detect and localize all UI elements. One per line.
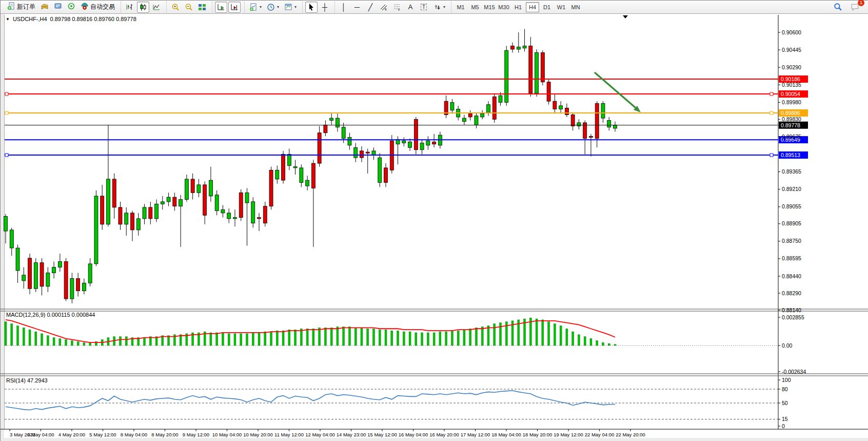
price-badge-label: 0.90054 <box>781 91 800 97</box>
price-tick-label: 0.90290 <box>782 64 801 70</box>
hline-handle[interactable] <box>770 154 773 157</box>
macd-histogram-bar <box>596 340 598 346</box>
macd-histogram-bar <box>536 319 538 346</box>
autotrading-button[interactable]: 自动交易 <box>78 2 117 13</box>
candle-body <box>571 115 575 126</box>
tf-h4-button[interactable]: H4 <box>526 2 539 12</box>
hline-handle[interactable] <box>5 154 8 157</box>
indicators-button[interactable]: ▾ <box>247 2 264 13</box>
hline-handle[interactable] <box>770 92 773 95</box>
text-tool[interactable]: A <box>404 2 417 13</box>
candle-body <box>227 213 231 219</box>
tf-d1-button[interactable]: D1 <box>540 2 554 12</box>
price-tick-label: 0.88440 <box>782 273 801 279</box>
terminal-window: 新订单 自动交易 <box>0 0 868 441</box>
chart-list-icon <box>41 2 49 12</box>
hline-handle[interactable] <box>5 92 8 95</box>
chart-list-button[interactable] <box>38 2 51 13</box>
time-tick-label: 11 May 12:00 <box>274 432 304 437</box>
candle-body <box>215 195 219 211</box>
horizontal-line-tool[interactable]: ─ <box>351 2 363 13</box>
shapes-tool[interactable]: ▾ <box>431 2 447 13</box>
label-tool[interactable]: T <box>418 2 430 13</box>
candle-body <box>529 46 532 93</box>
price-tick-label: 0.90445 <box>782 47 801 53</box>
tile-windows-button[interactable] <box>196 2 208 13</box>
tf-h1-button[interactable]: H1 <box>511 2 525 12</box>
macd-histogram-bar <box>337 327 339 346</box>
chart-shift-button[interactable] <box>228 2 241 13</box>
candle-body <box>185 179 188 200</box>
macd-histogram-bar <box>463 330 465 346</box>
chart-symbol: USDCHF-,H4 <box>13 16 47 22</box>
tf-mn-button[interactable]: MN <box>569 2 582 12</box>
candle-body <box>161 202 164 204</box>
candle-body <box>149 207 152 219</box>
macd-histogram-bar <box>216 333 218 346</box>
price-tick-label: 0.89980 <box>782 99 801 105</box>
candle-body <box>541 53 544 82</box>
macd-histogram-bar <box>379 330 381 346</box>
periods-button[interactable]: ▾ <box>265 2 281 13</box>
candle-body <box>607 121 611 127</box>
templates-button[interactable]: ▾ <box>282 2 299 13</box>
market-watch-button[interactable] <box>52 2 64 13</box>
candle-body <box>173 197 176 206</box>
bottom-margin <box>1 438 868 441</box>
candle-body <box>46 273 50 286</box>
line-chart-button[interactable] <box>150 2 163 13</box>
tf-m15-button[interactable]: M15 <box>483 2 496 12</box>
candle-body <box>396 140 400 144</box>
macd-histogram-bar <box>228 334 230 346</box>
candlestick-chart-button[interactable] <box>137 2 149 13</box>
time-tick-label: 12 May 04:00 <box>305 432 335 437</box>
vertical-line-tool[interactable]: │ <box>338 2 350 13</box>
macd-histogram-bar <box>481 327 483 346</box>
macd-histogram-bar <box>566 329 568 346</box>
bar-chart-button[interactable] <box>124 2 136 13</box>
auto-scroll-icon <box>217 3 225 11</box>
candle-body <box>300 168 303 183</box>
macd-histogram-bar <box>415 333 417 346</box>
tf-m5-button[interactable]: M5 <box>468 2 482 12</box>
price-badge-label: 0.89513 <box>781 152 800 158</box>
macd-histogram-bar <box>433 333 435 346</box>
fibonacci-tool[interactable]: F <box>391 2 403 13</box>
candle-body <box>269 170 273 206</box>
macd-histogram-bar <box>71 340 73 346</box>
zoom-in-button[interactable] <box>169 2 182 13</box>
cursor-button[interactable] <box>305 2 318 13</box>
search-button[interactable] <box>832 2 844 13</box>
macd-histogram-bar <box>361 328 363 346</box>
candle-body <box>16 248 19 271</box>
tf-w1-button[interactable]: W1 <box>555 2 568 12</box>
tf-m1-button[interactable]: M1 <box>454 2 467 12</box>
macd-histogram-bar <box>276 331 278 346</box>
macd-histogram-bar <box>602 342 604 346</box>
candle-body <box>486 105 490 112</box>
notifications-button[interactable]: 1 <box>849 2 861 13</box>
tf-m30-button[interactable]: M30 <box>497 2 510 12</box>
trendline-tool[interactable]: ╱ <box>364 2 377 13</box>
chart-canvas[interactable]: 0.901860.900540.898860.897780.896490.895… <box>1 14 868 441</box>
macd-histogram-bar <box>59 339 61 346</box>
zoom-out-button[interactable] <box>183 2 195 13</box>
macd-histogram-bar <box>210 333 212 346</box>
time-tick-label: 16 May 20:00 <box>429 432 459 437</box>
signals-button[interactable] <box>65 2 77 13</box>
candle-body <box>106 179 110 224</box>
periods-caret-icon: ▾ <box>277 5 279 9</box>
hline-handle[interactable] <box>770 111 773 114</box>
macd-histogram-bar <box>65 339 67 346</box>
candle-body <box>221 209 225 213</box>
indicators-caret-icon: ▾ <box>260 5 262 9</box>
channel-tool[interactable]: E <box>378 2 390 13</box>
auto-scroll-button[interactable] <box>215 2 227 13</box>
candle-body <box>426 141 430 145</box>
zoom-group <box>166 2 211 13</box>
chart-dropdown-icon[interactable]: ▼ <box>6 17 10 22</box>
crosshair-button[interactable]: ┼ <box>319 2 331 13</box>
macd-tick-label: 0.002855 <box>782 314 804 320</box>
hline-handle[interactable] <box>5 111 8 114</box>
new-order-button[interactable]: 新订单 <box>5 2 37 13</box>
